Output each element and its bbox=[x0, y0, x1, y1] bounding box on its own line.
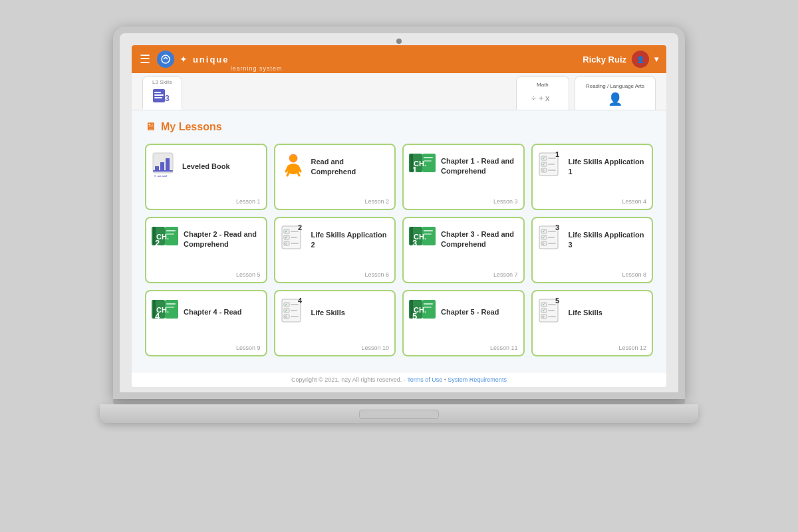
logo-subtitle: learning system bbox=[231, 65, 283, 73]
lesson-title-12: Life Skills bbox=[569, 308, 602, 317]
lesson-number-9: Lesson 9 bbox=[152, 342, 261, 351]
svg-text:5: 5 bbox=[555, 298, 559, 305]
lesson-card-10[interactable]: ✓ ✓ ○ 4 Life Skills Lesson 10 bbox=[274, 290, 396, 356]
tab-l3-icon: 3 bbox=[152, 86, 173, 109]
tab-l3-skills[interactable]: L3 Skills 3 bbox=[142, 76, 182, 110]
svg-text:✓: ✓ bbox=[285, 309, 288, 313]
svg-point-15 bbox=[289, 154, 297, 162]
lesson-card-3[interactable]: CH. 1 Chapter 1 - Read and Comprehend Le… bbox=[402, 144, 525, 210]
lesson-card-2[interactable]: Read and Comprehend Lesson 2 bbox=[274, 144, 396, 210]
svg-rect-78 bbox=[166, 303, 176, 305]
svg-rect-108 bbox=[548, 310, 555, 311]
lesson-icon-1: Level bbox=[152, 152, 177, 182]
lesson-number-6: Lesson 6 bbox=[281, 269, 390, 278]
lesson-card-top: ✓ ✓ ○ 3 Life Skills Application 3 bbox=[538, 225, 647, 255]
lesson-title-8: Life Skills Application 3 bbox=[569, 230, 647, 249]
svg-rect-42 bbox=[166, 230, 176, 231]
logo-text: ✦ unique bbox=[180, 54, 229, 65]
lesson-card-top: ✓ ✓ ○ 4 Life Skills bbox=[281, 298, 390, 328]
screen-content: ☰ ✦ unique learning system Ricky Ruiz 👤 … bbox=[132, 45, 666, 387]
tab-bar: L3 Skills 3 Math bbox=[132, 73, 666, 110]
svg-text:○: ○ bbox=[542, 168, 545, 172]
svg-text:÷: ÷ bbox=[531, 93, 536, 103]
dropdown-arrow[interactable]: ▾ bbox=[654, 55, 658, 64]
lesson-card-top: CH. 4 Chapter 4 - Read bbox=[152, 298, 261, 327]
svg-text:x: x bbox=[545, 93, 550, 103]
svg-rect-37 bbox=[548, 170, 556, 171]
terms-link[interactable]: Terms of Use bbox=[407, 376, 442, 383]
lesson-card-8[interactable]: ✓ ✓ ○ 3 Life Skills Application 3 Lesson… bbox=[531, 217, 654, 283]
svg-rect-4 bbox=[154, 97, 162, 98]
lesson-card-12[interactable]: ✓ ✓ ○ 5 Life Skills Lesson 12 bbox=[531, 290, 654, 356]
lesson-title-3: Chapter 1 - Read and Comprehend bbox=[441, 156, 518, 176]
svg-text:○: ○ bbox=[285, 241, 287, 245]
svg-rect-91 bbox=[291, 316, 299, 317]
svg-rect-72 bbox=[548, 237, 555, 238]
svg-rect-109 bbox=[548, 316, 556, 317]
lesson-card-top: Level Leveled Book bbox=[152, 152, 261, 182]
lesson-card-6[interactable]: ✓ ✓ ○ 2 Life Skills Application 2 Lesson… bbox=[274, 217, 396, 283]
svg-rect-73 bbox=[548, 243, 556, 244]
reading-tab-label: Reading / Language Arts bbox=[586, 83, 644, 89]
svg-text:1: 1 bbox=[555, 152, 559, 158]
reading-tab-icon: 👤 bbox=[608, 92, 622, 106]
lesson-card-5[interactable]: CH. 2 Chapter 2 - Read and Comprehend Le… bbox=[145, 217, 267, 283]
lesson-card-top: CH. 3 Chapter 3 - Read and Comprehend bbox=[409, 225, 518, 253]
section-title-icon: 🖥 bbox=[145, 121, 156, 133]
laptop-container: ☰ ✦ unique learning system Ricky Ruiz 👤 … bbox=[100, 27, 698, 505]
svg-text:Level: Level bbox=[154, 174, 167, 177]
lesson-card-11[interactable]: CH. 5 Chapter 5 - Read Lesson 11 bbox=[402, 290, 525, 356]
section-title-text: My Lessons bbox=[161, 121, 222, 133]
svg-point-0 bbox=[162, 55, 170, 63]
tab-reading[interactable]: Reading / Language Arts 👤 bbox=[575, 76, 656, 110]
lesson-title-10: Life Skills bbox=[311, 308, 345, 317]
trackpad[interactable] bbox=[359, 410, 439, 419]
svg-rect-13 bbox=[153, 170, 173, 172]
svg-rect-36 bbox=[548, 164, 555, 165]
svg-text:✓: ✓ bbox=[542, 156, 545, 160]
svg-text:2: 2 bbox=[298, 225, 302, 231]
svg-text:✓: ✓ bbox=[542, 162, 545, 166]
svg-text:4: 4 bbox=[155, 311, 160, 321]
navbar: ☰ ✦ unique learning system Ricky Ruiz 👤 … bbox=[132, 45, 666, 73]
hamburger-icon[interactable]: ☰ bbox=[140, 52, 150, 66]
svg-text:✓: ✓ bbox=[542, 309, 545, 313]
lessons-grid: Level Leveled Book Lesson 1 Read and Com… bbox=[145, 144, 653, 356]
lesson-icon-8: ✓ ✓ ○ 3 bbox=[538, 225, 563, 255]
lesson-card-top: CH. 1 Chapter 1 - Read and Comprehend bbox=[409, 152, 518, 180]
logo-icon bbox=[157, 51, 174, 68]
svg-rect-90 bbox=[291, 310, 297, 311]
lesson-card-1[interactable]: Level Leveled Book Lesson 1 bbox=[145, 144, 267, 210]
svg-text:4: 4 bbox=[298, 298, 303, 305]
lesson-number-12: Lesson 12 bbox=[538, 342, 647, 351]
lesson-icon-7: CH. 3 bbox=[409, 225, 436, 253]
svg-text:✓: ✓ bbox=[542, 229, 545, 233]
laptop-screen: ☰ ✦ unique learning system Ricky Ruiz 👤 … bbox=[113, 27, 685, 399]
system-link[interactable]: System Requirements bbox=[448, 376, 507, 383]
lesson-number-11: Lesson 11 bbox=[409, 342, 518, 351]
lesson-icon-9: CH. 4 bbox=[152, 298, 178, 327]
lesson-card-4[interactable]: ✓ ✓ ○ 1 Life Skills Application 1 Lesson… bbox=[531, 144, 654, 210]
lesson-card-top: Read and Comprehend bbox=[281, 152, 390, 182]
tab-math[interactable]: Math ÷ + x bbox=[516, 76, 569, 110]
lesson-card-top: CH. 2 Chapter 2 - Read and Comprehend bbox=[152, 225, 261, 253]
main-content: 🖥 My Lessons Level Leveled Book Lesson 1 bbox=[132, 110, 666, 372]
lesson-title-1: Leveled Book bbox=[182, 162, 230, 171]
lesson-card-7[interactable]: CH. 3 Chapter 3 - Read and Comprehend Le… bbox=[402, 217, 525, 283]
lesson-card-9[interactable]: CH. 4 Chapter 4 - Read Lesson 9 bbox=[145, 290, 267, 356]
lesson-title-9: Chapter 4 - Read bbox=[184, 307, 241, 317]
lesson-card-top: ✓ ✓ ○ 1 Life Skills Application 1 bbox=[538, 152, 647, 182]
svg-rect-11 bbox=[160, 162, 164, 172]
lesson-title-11: Chapter 5 - Read bbox=[441, 307, 499, 317]
lesson-number-2: Lesson 2 bbox=[281, 196, 390, 205]
lesson-number-3: Lesson 3 bbox=[409, 196, 518, 205]
lesson-icon-6: ✓ ✓ ○ 2 bbox=[281, 225, 306, 255]
lesson-number-7: Lesson 7 bbox=[409, 269, 518, 278]
svg-rect-3 bbox=[154, 94, 164, 96]
svg-text:3: 3 bbox=[165, 94, 170, 103]
svg-text:✓: ✓ bbox=[285, 303, 288, 307]
svg-rect-60 bbox=[424, 230, 433, 231]
svg-text:✓: ✓ bbox=[285, 229, 288, 233]
svg-text:○: ○ bbox=[285, 315, 287, 319]
svg-rect-96 bbox=[424, 303, 433, 305]
